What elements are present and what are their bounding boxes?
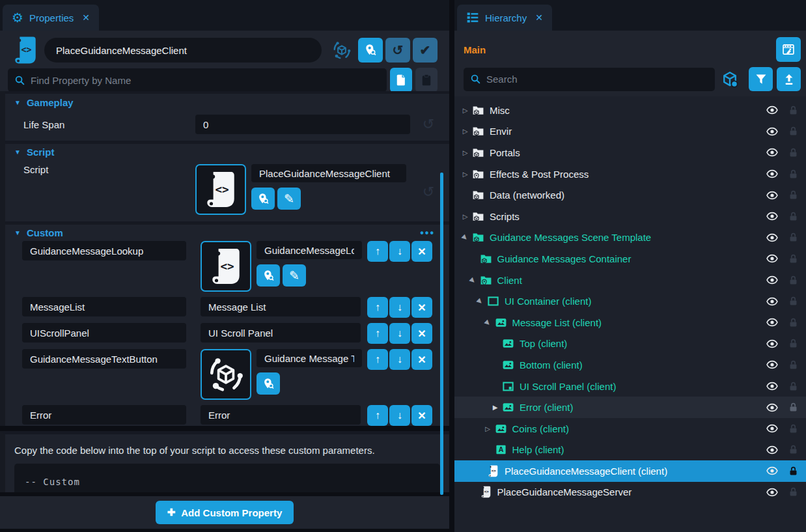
hierarchy-search-input[interactable]: [486, 74, 708, 85]
remove-button[interactable]: ✕: [411, 349, 432, 370]
visibility-eye-icon[interactable]: [764, 358, 780, 371]
collapse-arrow-icon[interactable]: ▷: [482, 425, 493, 432]
hierarchy-row-placeguidancemessageclient-client[interactable]: <>PlaceGuidanceMessageClient (client): [454, 460, 806, 482]
move-down-button[interactable]: ↓: [389, 241, 410, 262]
locate-asset-button[interactable]: [257, 264, 280, 287]
hierarchy-row-coins-client[interactable]: ▷Coins (client): [454, 418, 806, 440]
hierarchy-row-data-networked[interactable]: Data (networked): [454, 184, 806, 206]
custom-property-value-input[interactable]: [257, 349, 362, 367]
custom-property-value-input[interactable]: [201, 405, 361, 425]
move-up-button[interactable]: ↑: [367, 349, 388, 370]
hierarchy-row-misc[interactable]: ▷Misc: [454, 100, 806, 121]
lock-icon[interactable]: [788, 359, 799, 371]
custom-property-name-input[interactable]: [22, 297, 186, 316]
visibility-eye-icon[interactable]: [764, 252, 780, 265]
lock-icon[interactable]: [788, 126, 799, 137]
lock-icon[interactable]: [788, 253, 799, 264]
hierarchy-row-scripts[interactable]: ▷Scripts: [454, 206, 806, 227]
expand-arrow-icon[interactable]: ▶: [474, 295, 487, 308]
move-up-button[interactable]: ↑: [367, 323, 388, 344]
collapse-arrow-icon[interactable]: ▷: [460, 213, 471, 220]
lock-icon[interactable]: [788, 402, 799, 413]
hierarchy-row-error-client[interactable]: ▶Error (client): [454, 397, 806, 418]
custom-property-name-input[interactable]: [22, 323, 186, 343]
visibility-eye-icon[interactable]: [764, 380, 780, 393]
hierarchy-row-envir[interactable]: ▷Envir: [454, 121, 806, 143]
close-icon[interactable]: ✕: [82, 12, 90, 23]
property-search-input[interactable]: [31, 75, 380, 86]
visibility-eye-icon[interactable]: [764, 273, 780, 287]
template-asset-tile[interactable]: [201, 349, 251, 400]
copy-properties-button[interactable]: [390, 68, 412, 92]
networked-cube-icon[interactable]: [721, 70, 739, 89]
visibility-eye-icon[interactable]: [764, 167, 780, 180]
object-name-input[interactable]: [44, 38, 322, 63]
tab-hierarchy[interactable]: Hierarchy ✕: [457, 5, 552, 31]
custom-property-value-input[interactable]: [257, 241, 362, 259]
section-script[interactable]: ▼ Script: [5, 141, 449, 160]
lock-icon[interactable]: [788, 317, 799, 328]
edit-script-button[interactable]: ✎: [283, 264, 306, 287]
visibility-eye-icon[interactable]: [764, 210, 780, 223]
script-asset-tile[interactable]: <>: [195, 164, 246, 215]
collapse-arrow-icon[interactable]: ▷: [460, 149, 471, 156]
lock-icon[interactable]: [788, 296, 799, 307]
lock-icon[interactable]: [788, 486, 799, 497]
hierarchy-row-help-client[interactable]: AHelp (client): [454, 440, 806, 461]
hierarchy-row-guidance-messages-container[interactable]: Guidance Messages Container: [454, 248, 806, 270]
close-icon[interactable]: ✕: [535, 12, 543, 23]
hierarchy-row-ui-scroll-panel-client[interactable]: UI Scroll Panel (client): [454, 376, 806, 397]
collapse-arrow-icon[interactable]: ▷: [460, 171, 471, 178]
move-up-button[interactable]: ↑: [367, 405, 388, 426]
reset-icon[interactable]: ↺: [419, 116, 438, 133]
visibility-eye-icon[interactable]: [764, 401, 780, 414]
paste-properties-button[interactable]: [415, 68, 438, 92]
hierarchy-row-effects-post-process[interactable]: ▷Effects & Post Process: [454, 163, 806, 185]
visibility-eye-icon[interactable]: [764, 464, 780, 477]
visibility-eye-icon[interactable]: [764, 146, 780, 159]
visibility-eye-icon[interactable]: [764, 337, 780, 350]
hierarchy-row-bottom-client[interactable]: Bottom (client): [454, 354, 806, 376]
filter-button[interactable]: [749, 67, 773, 91]
tab-properties[interactable]: ⚙ Properties ✕: [3, 5, 99, 31]
collapse-arrow-icon[interactable]: ▷: [460, 107, 471, 114]
hierarchy-row-message-list-client[interactable]: ▶Message List (client): [454, 312, 806, 333]
script-asset-tile[interactable]: <>: [201, 241, 251, 292]
remove-button[interactable]: ✕: [411, 241, 432, 262]
visibility-eye-icon[interactable]: [764, 422, 780, 435]
lock-icon[interactable]: [788, 211, 799, 222]
revert-button[interactable]: ↺: [385, 38, 410, 63]
lock-icon[interactable]: [788, 381, 799, 392]
hierarchy-row-portals[interactable]: ▷Portals: [454, 142, 806, 163]
expand-arrow-icon[interactable]: ▶: [466, 273, 479, 287]
collapse-arrow-icon[interactable]: ▷: [460, 128, 471, 135]
lock-icon[interactable]: [788, 338, 799, 349]
visibility-eye-icon[interactable]: [764, 104, 780, 117]
custom-property-value-input[interactable]: [201, 323, 361, 343]
custom-property-value-input[interactable]: [201, 297, 361, 316]
visibility-eye-icon[interactable]: [764, 443, 780, 456]
move-down-button[interactable]: ↓: [389, 323, 410, 344]
script-value-input[interactable]: [251, 164, 406, 182]
visibility-eye-icon[interactable]: [764, 316, 780, 329]
apply-button[interactable]: ✔: [413, 38, 438, 63]
move-down-button[interactable]: ↓: [389, 349, 410, 370]
remove-button[interactable]: ✕: [411, 297, 432, 318]
properties-scrollbar[interactable]: [440, 173, 443, 495]
section-gameplay[interactable]: ▼ Gameplay: [5, 91, 449, 111]
hierarchy-row-placeguidancemessageserver[interactable]: <>PlaceGuidanceMessageServer: [454, 482, 806, 503]
locate-asset-button[interactable]: [257, 372, 280, 395]
lock-icon[interactable]: [788, 147, 799, 158]
code-snippet-box[interactable]: -- Custom: [14, 464, 440, 492]
visibility-eye-icon[interactable]: [764, 486, 780, 499]
expand-arrow-icon[interactable]: ▶: [481, 316, 494, 329]
visibility-eye-icon[interactable]: [764, 189, 780, 202]
move-down-button[interactable]: ↓: [389, 405, 410, 426]
lock-icon[interactable]: [788, 169, 799, 180]
locate-asset-button[interactable]: [251, 188, 275, 210]
visibility-eye-icon[interactable]: [764, 125, 780, 138]
property-search-box[interactable]: [8, 68, 387, 92]
expand-arrow-icon[interactable]: ▶: [459, 231, 472, 244]
add-custom-property-button[interactable]: ✚ Add Custom Property: [156, 501, 294, 524]
custom-property-name-input[interactable]: [22, 241, 186, 260]
